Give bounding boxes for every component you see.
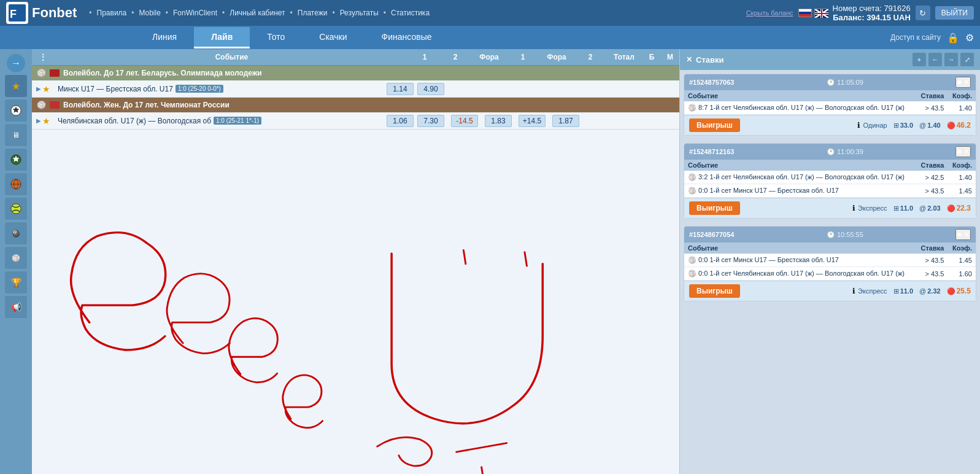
odd-f1-button-chel[interactable]: 1.83 xyxy=(485,115,512,127)
sidebar-football-button[interactable] xyxy=(5,99,27,122)
nav-fonwinclient[interactable]: FonWinClient xyxy=(169,9,221,17)
odd-f1-chel: 1.83 xyxy=(483,114,514,128)
bets-close-x[interactable]: ✕ xyxy=(686,55,692,64)
top-nav-links: • Правила • Mobile • FonWinClient • Личн… xyxy=(89,9,746,17)
bet-info-1: ℹ Одинар ⊞ 33.0 @ 1.40 🔴 46.2 xyxy=(857,121,971,130)
expand-button-minsk[interactable]: ▶ xyxy=(36,85,41,92)
bets-expand-button[interactable]: ⤢ xyxy=(960,53,974,66)
events-table-header: ⋮ Событие 1 2 Фора 1 Фора 2 Тотал Б М xyxy=(32,49,679,66)
bets-prev-button[interactable]: ← xyxy=(928,53,942,66)
sidebar-tennis-button[interactable] xyxy=(5,198,27,220)
col-fora2-header: Фора xyxy=(538,52,575,63)
table-row: 🏐 0:0 1-й сет Челябинская обл. U17 (ж) —… xyxy=(684,267,976,281)
win-button-3[interactable]: Выигрыш xyxy=(689,284,740,298)
right-tab-area: Доступ к сайту 🔒 ⚙ xyxy=(890,32,980,44)
empty-drawing-area xyxy=(32,130,679,474)
odd-total-chel xyxy=(581,120,618,122)
odd-fora2-minsk xyxy=(514,88,550,90)
bet-coef-3-0: 1.45 xyxy=(947,254,976,267)
odd-m-minsk xyxy=(649,88,679,90)
bets-next-button[interactable]: → xyxy=(944,53,958,66)
sidebar-sport2-button[interactable]: 🏐 xyxy=(5,247,27,269)
nav-rules[interactable]: Правила xyxy=(93,9,131,17)
bet-col-coef-1: Коэф. xyxy=(947,90,976,101)
bet-event-desc-3-0: 🏐 0:0 1-й сет Минск U17 — Брестская обл.… xyxy=(684,254,916,267)
odd-f2-button-chel[interactable]: 1.87 xyxy=(552,115,579,127)
nav-payments[interactable]: Платежи xyxy=(294,9,331,17)
logout-button[interactable]: ВЫЙТИ xyxy=(935,6,974,20)
account-info: Номер счета: 791626 Баланс: 394.15 UAH xyxy=(833,4,911,22)
events-area: ⋮ Событие 1 2 Фора 1 Фора 2 Тотал Б М 🏐 … xyxy=(32,49,679,474)
lock-icon[interactable]: 🔒 xyxy=(947,32,959,44)
sidebar-arrow-button[interactable]: → xyxy=(7,54,25,72)
sport-name-volleyball-women: Волейбол. Жен. До 17 лет. Чемпионат Росс… xyxy=(63,101,230,109)
match-name-chelyabinsk[interactable]: Челябинская обл. U17 (ж) — Вологодская о… xyxy=(58,117,211,125)
bet-table-3: Событие Ставка Коэф. 🏐 0:0 1-й сет Минск… xyxy=(684,243,976,281)
bet-potential-1: 🔴 46.2 xyxy=(947,121,971,130)
sidebar-trophy-button[interactable]: 🏆 xyxy=(5,271,27,293)
odd-f1-minsk xyxy=(483,88,514,90)
refresh-button[interactable]: ↻ xyxy=(916,6,930,20)
favorite-button-chelyabinsk[interactable]: ★ xyxy=(42,116,50,126)
match-name-minsk[interactable]: Минск U17 — Брестская обл. U17 xyxy=(58,85,173,93)
bet-event-desc-1-0: 🏐 8:7 1-й сет Челябинская обл. U17 (ж) —… xyxy=(684,101,916,115)
sport-name-volleyball-youth: Волейбол. До 17 лет. Беларусь. Олимпиада… xyxy=(63,69,262,77)
bet-ticket-1: #15248757063 🕐 11:05:09 ■ ✕ Событие Став… xyxy=(684,74,976,136)
bet-table-1: Событие Ставка Коэф. 🏐 8:7 1-й сет Челяб… xyxy=(684,90,976,115)
odd-fora-button-chel[interactable]: -14.5 xyxy=(451,115,478,127)
nav-mobile[interactable]: Mobile xyxy=(135,9,164,17)
tab-liniya[interactable]: Линия xyxy=(135,27,194,49)
hide-balance-link[interactable]: Скрыть баланс xyxy=(746,9,793,17)
sidebar-sport1-button[interactable]: 🎱 xyxy=(5,222,27,244)
bet-col-stake-2: Ставка xyxy=(916,160,948,171)
odd-m-chel xyxy=(649,120,679,122)
odd-2-button-minsk[interactable]: 4.90 xyxy=(417,83,444,95)
tab-toto[interactable]: Тото xyxy=(250,27,302,49)
sidebar-basketball-button[interactable] xyxy=(5,173,27,195)
bet-coef-stat-1: @ 1.40 xyxy=(919,122,941,129)
favorite-button-minsk[interactable]: ★ xyxy=(42,84,50,94)
top-bar: F Fonbet • Правила • Mobile • FonWinClie… xyxy=(0,0,980,26)
drawing-canvas xyxy=(32,130,679,474)
sidebar-favorites-button[interactable]: ★ xyxy=(5,75,27,97)
win-button-2[interactable]: Выигрыш xyxy=(689,201,740,215)
bet-col-stake-1: Ставка xyxy=(916,90,948,101)
odd-1-button-chel[interactable]: 1.06 xyxy=(387,115,414,127)
bet-coef-stat-2: @ 2.03 xyxy=(919,204,941,212)
tab-live[interactable]: Лайв xyxy=(194,27,250,49)
bet-close-1[interactable]: ■ ✕ xyxy=(955,77,971,88)
tab-finansovye[interactable]: Финансовые xyxy=(365,27,449,49)
svg-rect-8 xyxy=(815,13,828,14)
col-2b-header: 2 xyxy=(575,52,606,63)
account-number: Номер счета: 791626 xyxy=(833,4,911,13)
bet-table-2: Событие Ставка Коэф. 🏐 3:2 1-й сет Челяб… xyxy=(684,160,976,198)
bet-col-event-1: Событие xyxy=(684,90,916,101)
bet-coef-1-0: 1.40 xyxy=(947,101,976,115)
odd-fora2-button-chel[interactable]: +14.5 xyxy=(519,115,546,127)
sidebar-announcement-button[interactable]: 📢 xyxy=(5,296,27,318)
expand-button-chelyabinsk[interactable]: ▶ xyxy=(36,117,41,124)
odd-f2-minsk xyxy=(550,88,581,90)
bet-coef-stat-3: @ 2.32 xyxy=(919,287,941,295)
odd-fora-chel: -14.5 xyxy=(446,114,483,128)
bet-close-2[interactable]: ■ ✕ xyxy=(955,146,971,157)
bet-event-desc-2-0: 🏐 3:2 1-й сет Челябинская обл. U17 (ж) —… xyxy=(684,171,916,184)
flag-english[interactable] xyxy=(814,9,828,17)
bets-add-button[interactable]: + xyxy=(912,53,926,66)
win-button-1[interactable]: Выигрыш xyxy=(689,118,740,132)
bet-close-3[interactable]: ■ ✕ xyxy=(955,229,971,240)
sidebar-virtual-button[interactable]: 🖥 xyxy=(5,124,27,146)
nav-stats[interactable]: Статистика xyxy=(387,9,433,17)
nav-personal[interactable]: Личный кабинет xyxy=(226,9,288,17)
flag-russian[interactable] xyxy=(798,9,812,17)
sidebar-soccer-button[interactable] xyxy=(5,149,27,171)
nav-results[interactable]: Результаты xyxy=(336,9,382,17)
gear-icon[interactable]: ⚙ xyxy=(965,32,974,44)
odd-1-chel: 1.06 xyxy=(385,114,415,128)
bet-coef-3-1: 1.60 xyxy=(947,267,976,281)
odd-2-button-chel[interactable]: 7.30 xyxy=(417,115,444,127)
tab-skachki[interactable]: Скачки xyxy=(302,27,364,49)
bet-type-2: ℹ Экспресс xyxy=(852,204,887,212)
match-odds-chelyabinsk: 1.06 7.30 -14.5 1.83 +14.5 1.8 xyxy=(385,114,679,128)
odd-1-button-minsk[interactable]: 1.14 xyxy=(387,83,414,95)
